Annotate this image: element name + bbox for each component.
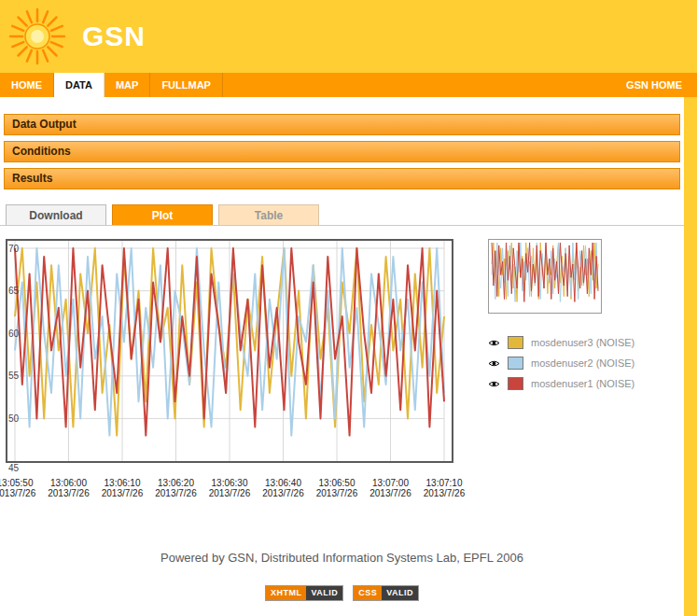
legend-row: mosdenuser1 (NOISE) bbox=[488, 377, 645, 390]
x-axis-time-label: 13:06:10 bbox=[105, 478, 141, 488]
nav-item-gsn-home[interactable]: GSN HOME bbox=[615, 73, 697, 97]
nav-item-map[interactable]: MAP bbox=[105, 73, 150, 97]
nav-item-data[interactable]: DATA bbox=[54, 73, 105, 97]
x-axis-time-label: 13:06:00 bbox=[50, 478, 87, 488]
x-axis-time-label: 13:05:50 bbox=[0, 478, 33, 488]
x-axis-date-label: 2013/7/26 bbox=[102, 488, 144, 498]
x-axis-date-label: 2013/7/26 bbox=[369, 488, 411, 498]
x-axis-times: 13:05:5013:06:0013:06:1013:06:2013:06:30… bbox=[6, 478, 453, 488]
legend-label: mosdenuser2 (NOISE) bbox=[531, 357, 634, 369]
main-plot-svg: 706560555045 bbox=[6, 239, 453, 474]
app-title: GSN bbox=[82, 21, 146, 52]
svg-text:55: 55 bbox=[8, 371, 20, 381]
badge-status: VALID bbox=[306, 586, 342, 600]
x-axis-date-label: 2013/7/26 bbox=[155, 488, 197, 498]
legend-label: mosdenuser1 (NOISE) bbox=[531, 378, 634, 389]
x-axis-date-label: 2013/7/26 bbox=[262, 488, 304, 498]
plot-area: 706560555045 13:05:5013:06:0013:06:1013:… bbox=[0, 239, 684, 498]
x-axis-time-label: 13:06:40 bbox=[265, 478, 301, 488]
badge-status: VALID bbox=[382, 586, 418, 600]
plot-sidebar: mosdenuser3 (NOISE) mosdenuser2 (NOISE) bbox=[488, 239, 645, 498]
badge-label: XHTML bbox=[266, 586, 307, 600]
x-axis-date-label: 2013/7/26 bbox=[209, 488, 251, 498]
x-axis-date-label: 2013/7/26 bbox=[316, 488, 358, 498]
app-header: GSN bbox=[0, 0, 697, 73]
tab-plot[interactable]: Plot bbox=[112, 204, 213, 225]
nav-item-home[interactable]: HOME bbox=[0, 73, 54, 97]
visibility-eye-icon[interactable] bbox=[488, 380, 500, 388]
svg-text:65: 65 bbox=[8, 286, 20, 296]
main-chart: 706560555045 13:05:5013:06:0013:06:1013:… bbox=[6, 239, 453, 498]
x-axis-time-label: 13:06:30 bbox=[212, 478, 248, 488]
legend-label: mosdenuser3 (NOISE) bbox=[531, 337, 634, 348]
x-axis-date-label: 2013/7/26 bbox=[0, 488, 35, 498]
nav-spacer bbox=[223, 73, 615, 97]
overview-chart[interactable] bbox=[488, 239, 602, 314]
legend: mosdenuser3 (NOISE) mosdenuser2 (NOISE) bbox=[488, 336, 645, 390]
footer-text: Powered by GSN, Distributed Information … bbox=[0, 551, 684, 565]
page: GSN HOME DATA MAP FULLMAP GSN HOME Data … bbox=[0, 0, 697, 616]
svg-text:45: 45 bbox=[8, 463, 20, 473]
legend-swatch bbox=[508, 377, 523, 390]
result-tabs: Download Plot Table bbox=[0, 204, 684, 226]
visibility-eye-icon[interactable] bbox=[488, 339, 500, 347]
x-axis-dates: 2013/7/262013/7/262013/7/262013/7/262013… bbox=[6, 488, 453, 498]
accordion-data-output[interactable]: Data Output bbox=[4, 114, 680, 135]
accordion-conditions[interactable]: Conditions bbox=[4, 141, 680, 162]
legend-swatch bbox=[508, 336, 523, 349]
nav-item-fullmap[interactable]: FULLMAP bbox=[150, 73, 223, 97]
svg-text:70: 70 bbox=[8, 244, 20, 254]
x-axis-date-label: 2013/7/26 bbox=[424, 488, 466, 498]
tab-download[interactable]: Download bbox=[6, 204, 106, 225]
x-axis-date-label: 2013/7/26 bbox=[48, 488, 90, 498]
tab-table[interactable]: Table bbox=[218, 204, 319, 225]
sun-logo-icon bbox=[7, 7, 67, 66]
x-axis-time-label: 13:07:00 bbox=[372, 478, 409, 488]
visibility-eye-icon[interactable] bbox=[488, 359, 500, 368]
css-valid-badge[interactable]: CSS VALID bbox=[353, 585, 419, 601]
x-axis-time-label: 13:06:20 bbox=[158, 478, 194, 488]
legend-row: mosdenuser2 (NOISE) bbox=[488, 357, 645, 370]
legend-row: mosdenuser3 (NOISE) bbox=[488, 336, 645, 349]
content-area: Data Output Conditions Results Download … bbox=[0, 97, 684, 616]
badge-label: CSS bbox=[354, 586, 382, 600]
legend-swatch bbox=[508, 357, 523, 370]
xhtml-valid-badge[interactable]: XHTML VALID bbox=[265, 585, 343, 601]
x-axis-time-label: 13:07:10 bbox=[426, 478, 463, 488]
main-nav: HOME DATA MAP FULLMAP GSN HOME bbox=[0, 73, 697, 97]
x-axis-time-label: 13:06:50 bbox=[319, 478, 355, 488]
validation-badges: XHTML VALID CSS VALID bbox=[0, 585, 684, 610]
svg-text:60: 60 bbox=[8, 329, 20, 339]
accordion-results[interactable]: Results bbox=[4, 168, 680, 189]
svg-text:50: 50 bbox=[8, 413, 20, 424]
